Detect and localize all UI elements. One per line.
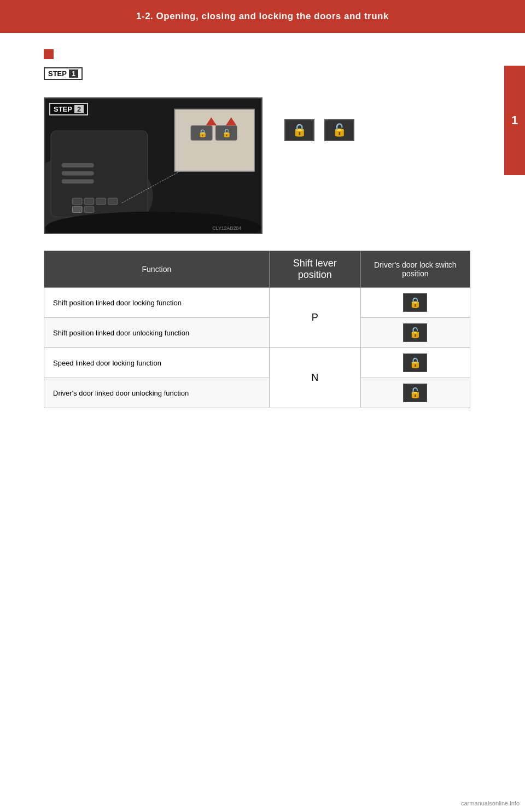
svg-rect-10 — [72, 206, 82, 213]
unlock-symbol: 🔓 — [409, 327, 421, 339]
car-image-container: STEP 2 — [44, 97, 262, 234]
unlock-cell-icon: 🔓 — [403, 323, 427, 342]
table-row-function: Speed linked door locking function — [44, 348, 270, 378]
svg-text:🔒: 🔒 — [198, 129, 208, 138]
col-shift-header: Shift lever position — [269, 251, 360, 288]
section-marker — [44, 49, 54, 59]
step2-number: 2 — [74, 105, 84, 113]
table-row-switch: 🔓 — [360, 318, 470, 348]
svg-rect-8 — [96, 198, 106, 205]
step1-label: STEP — [48, 69, 67, 78]
image-section: STEP 2 — [44, 97, 492, 234]
table-row-switch: 🔓 — [360, 378, 470, 408]
col-function-header: Function — [44, 251, 270, 288]
step1-badge: STEP 1 — [44, 67, 83, 80]
step1-number: 1 — [69, 69, 78, 78]
table-row-shift: P — [269, 288, 360, 348]
svg-rect-3 — [62, 163, 94, 167]
unlock-icon: 🔓 — [332, 123, 347, 137]
step2-badge: STEP 2 — [49, 103, 88, 115]
svg-rect-14 — [174, 109, 254, 171]
lock-cell-icon: 🔒 — [403, 293, 427, 312]
svg-rect-4 — [62, 171, 94, 176]
svg-rect-6 — [72, 198, 82, 205]
svg-rect-7 — [84, 198, 94, 205]
svg-text:CLY12AB204: CLY12AB204 — [212, 225, 241, 231]
svg-rect-11 — [84, 206, 94, 213]
svg-rect-5 — [62, 179, 94, 184]
step2-label: STEP — [54, 105, 72, 113]
lock-symbol: 🔒 — [409, 297, 421, 309]
lock-button-icon: 🔒 — [284, 119, 314, 141]
svg-rect-9 — [108, 198, 118, 205]
col-switch-header: Driver's door lock switch position — [360, 251, 470, 288]
unlock-button-icon: 🔓 — [324, 119, 354, 141]
watermark: carmanualsonline.info — [461, 800, 520, 807]
lock-icon: 🔒 — [292, 123, 307, 137]
unlock-symbol: 🔓 — [409, 387, 421, 399]
dashboard-image: CLY12AB204 🔒 🔓 — [45, 98, 261, 233]
header-bar: 1-2. Opening, closing and locking the do… — [0, 0, 525, 33]
lock-symbol: 🔒 — [409, 357, 421, 369]
main-content: STEP 1 STEP 2 — [0, 33, 525, 430]
table-row-function: Shift position linked door locking funct… — [44, 288, 270, 318]
table-row-function: Driver's door linked door unlocking func… — [44, 378, 270, 408]
lock-icons-section: 🔒 🔓 — [284, 97, 354, 141]
lock-cell-icon: 🔒 — [403, 353, 427, 372]
table-row-shift: N — [269, 348, 360, 408]
unlock-cell-icon: 🔓 — [403, 384, 427, 402]
table-row-switch: 🔒 — [360, 348, 470, 378]
function-table: Function Shift lever position Driver's d… — [44, 251, 470, 408]
page-title: 1-2. Opening, closing and locking the do… — [136, 11, 389, 22]
table-row-function: Shift position linked door unlocking fun… — [44, 318, 270, 348]
table-row-switch: 🔒 — [360, 288, 470, 318]
svg-text:🔓: 🔓 — [222, 129, 232, 138]
